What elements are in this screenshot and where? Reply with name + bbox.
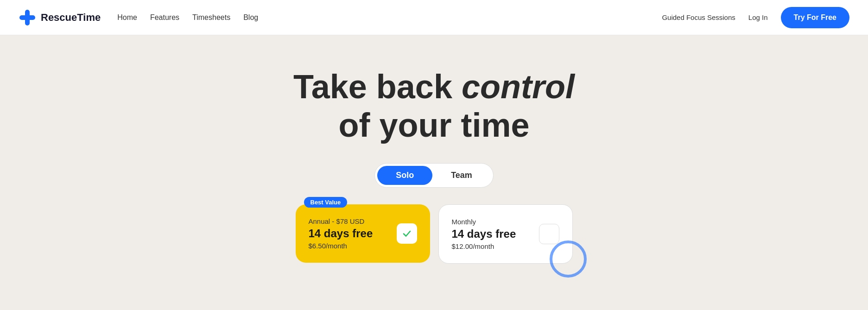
team-toggle-button[interactable]: Team [432, 166, 491, 185]
best-value-badge: Best Value [304, 197, 348, 208]
navbar: RescueTime Home Features Timesheets Blog… [0, 0, 868, 35]
monthly-pricing-card[interactable]: Monthly 14 days free $12.00/month [438, 204, 573, 264]
annual-label: Annual - $78 USD [309, 217, 373, 225]
annual-pricing-card[interactable]: Annual - $78 USD 14 days free $6.50/mont… [296, 204, 430, 263]
annual-card-content: Annual - $78 USD 14 days free $6.50/mont… [309, 217, 373, 250]
hero-title-line2: of your time [338, 107, 529, 144]
plan-toggle: Solo Team [374, 163, 494, 188]
monthly-card-content: Monthly 14 days free $12.00/month [452, 218, 516, 250]
pricing-row: Best Value Annual - $78 USD 14 days free… [296, 204, 573, 264]
monthly-label: Monthly [452, 218, 516, 226]
nav-home[interactable]: Home [117, 13, 137, 22]
nav-timesheets[interactable]: Timesheets [192, 13, 230, 22]
monthly-per-month: $12.00/month [452, 242, 516, 250]
monthly-days-free: 14 days free [452, 228, 516, 240]
nav-links: Home Features Timesheets Blog [117, 13, 258, 22]
monthly-check-box [539, 224, 559, 244]
monthly-card-wrapper: Monthly 14 days free $12.00/month [438, 204, 573, 264]
hero-section: Take back control of your time Solo Team… [0, 35, 868, 310]
nav-blog[interactable]: Blog [243, 13, 258, 22]
logo-text: RescueTime [41, 12, 101, 24]
try-for-free-button[interactable]: Try For Free [781, 7, 849, 28]
guided-focus-link[interactable]: Guided Focus Sessions [662, 13, 735, 21]
annual-check-box [397, 223, 417, 244]
nav-features[interactable]: Features [150, 13, 179, 22]
logo[interactable]: RescueTime [19, 9, 101, 26]
logo-icon [19, 9, 36, 26]
annual-days-free: 14 days free [309, 227, 373, 240]
navbar-right: Guided Focus Sessions Log In Try For Fre… [662, 7, 849, 28]
hero-title-line1: Take back control [293, 68, 575, 105]
login-link[interactable]: Log In [748, 13, 768, 21]
annual-per-month: $6.50/month [309, 242, 373, 250]
solo-toggle-button[interactable]: Solo [377, 166, 432, 185]
navbar-left: RescueTime Home Features Timesheets Blog [19, 9, 258, 26]
checkmark-icon [401, 228, 412, 239]
svg-rect-2 [19, 15, 35, 20]
annual-card-wrapper: Best Value Annual - $78 USD 14 days free… [296, 204, 430, 263]
hero-title: Take back control of your time [293, 68, 575, 145]
